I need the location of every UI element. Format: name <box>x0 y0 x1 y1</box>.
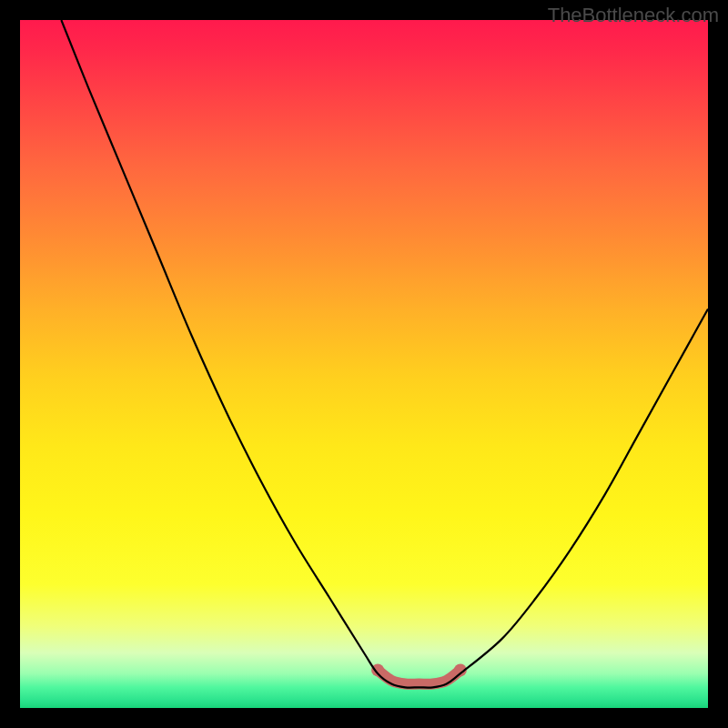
plot-area <box>20 20 708 708</box>
watermark-text: TheBottleneck.com <box>548 4 719 27</box>
bottleneck-curve-line <box>61 20 708 688</box>
curve-svg <box>20 20 708 708</box>
chart-container: TheBottleneck.com <box>0 0 728 728</box>
